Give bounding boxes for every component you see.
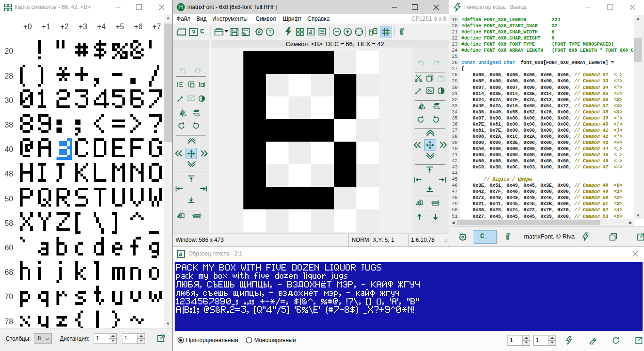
svg-text:?: ?	[268, 29, 271, 35]
